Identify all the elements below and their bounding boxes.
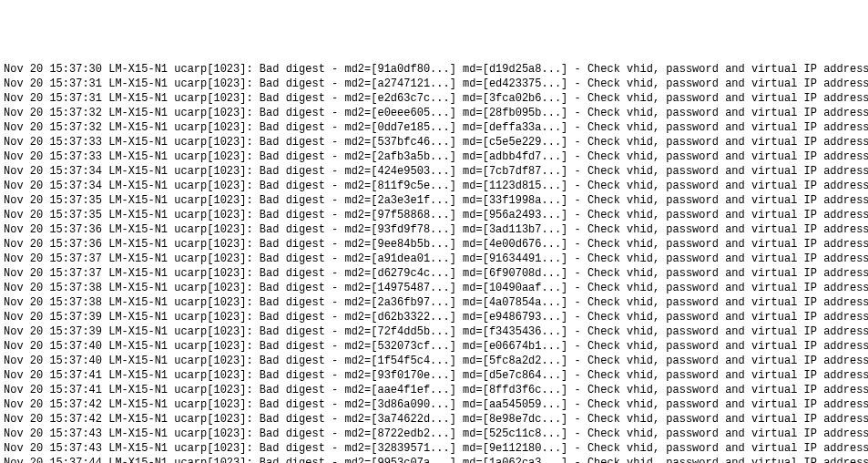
log-line: Nov 20 15:37:30 LM-X15-N1 ucarp[1023]: B… — [4, 62, 864, 77]
log-output: Nov 20 15:37:30 LM-X15-N1 ucarp[1023]: B… — [4, 62, 864, 463]
log-line: Nov 20 15:37:31 LM-X15-N1 ucarp[1023]: B… — [4, 91, 864, 106]
log-line: Nov 20 15:37:38 LM-X15-N1 ucarp[1023]: B… — [4, 281, 864, 295]
log-line: Nov 20 15:37:35 LM-X15-N1 ucarp[1023]: B… — [4, 208, 864, 222]
log-line: Nov 20 15:37:37 LM-X15-N1 ucarp[1023]: B… — [4, 266, 864, 281]
log-line: Nov 20 15:37:33 LM-X15-N1 ucarp[1023]: B… — [4, 149, 864, 164]
log-line: Nov 20 15:37:35 LM-X15-N1 ucarp[1023]: B… — [4, 193, 864, 208]
log-line: Nov 20 15:37:39 LM-X15-N1 ucarp[1023]: B… — [4, 310, 864, 324]
log-line: Nov 20 15:37:40 LM-X15-N1 ucarp[1023]: B… — [4, 354, 864, 368]
log-line: Nov 20 15:37:43 LM-X15-N1 ucarp[1023]: B… — [4, 427, 864, 441]
log-line: Nov 20 15:37:40 LM-X15-N1 ucarp[1023]: B… — [4, 339, 864, 354]
log-line: Nov 20 15:37:39 LM-X15-N1 ucarp[1023]: B… — [4, 324, 864, 339]
log-line: Nov 20 15:37:36 LM-X15-N1 ucarp[1023]: B… — [4, 237, 864, 252]
log-line: Nov 20 15:37:33 LM-X15-N1 ucarp[1023]: B… — [4, 135, 864, 149]
log-line: Nov 20 15:37:41 LM-X15-N1 ucarp[1023]: B… — [4, 368, 864, 383]
log-line: Nov 20 15:37:32 LM-X15-N1 ucarp[1023]: B… — [4, 120, 864, 135]
log-line: Nov 20 15:37:34 LM-X15-N1 ucarp[1023]: B… — [4, 179, 864, 193]
log-line: Nov 20 15:37:31 LM-X15-N1 ucarp[1023]: B… — [4, 77, 864, 91]
log-line: Nov 20 15:37:42 LM-X15-N1 ucarp[1023]: B… — [4, 397, 864, 412]
log-line: Nov 20 15:37:41 LM-X15-N1 ucarp[1023]: B… — [4, 383, 864, 397]
log-line: Nov 20 15:37:44 LM-X15-N1 ucarp[1023]: B… — [4, 456, 864, 463]
log-line: Nov 20 15:37:34 LM-X15-N1 ucarp[1023]: B… — [4, 164, 864, 179]
log-line: Nov 20 15:37:37 LM-X15-N1 ucarp[1023]: B… — [4, 252, 864, 266]
log-line: Nov 20 15:37:32 LM-X15-N1 ucarp[1023]: B… — [4, 106, 864, 120]
log-line: Nov 20 15:37:43 LM-X15-N1 ucarp[1023]: B… — [4, 441, 864, 456]
log-line: Nov 20 15:37:36 LM-X15-N1 ucarp[1023]: B… — [4, 222, 864, 237]
log-line: Nov 20 15:37:38 LM-X15-N1 ucarp[1023]: B… — [4, 295, 864, 310]
log-line: Nov 20 15:37:42 LM-X15-N1 ucarp[1023]: B… — [4, 412, 864, 427]
